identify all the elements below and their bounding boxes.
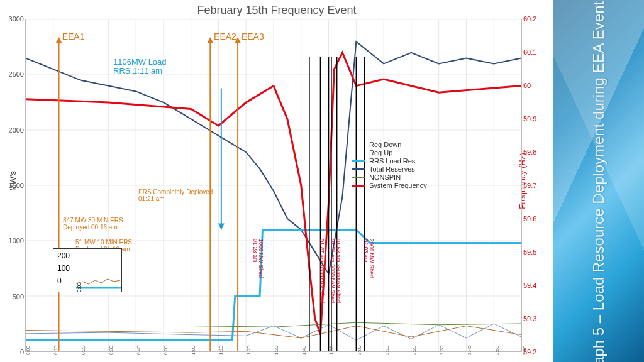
legend-item: NONSPIN [352, 173, 427, 181]
eea-marker-label: EEA1 [62, 31, 85, 41]
xtick: 2:40 [467, 345, 472, 355]
shed-event-label: 1000 MW Shed [257, 239, 264, 278]
svg-marker-40 [218, 223, 225, 229]
ytick-left: 1500 [9, 182, 24, 189]
ytick-right: 60.2 [523, 15, 536, 23]
ytick-right: 59.5 [523, 248, 536, 256]
eea-marker-label: EEA3 [242, 31, 264, 41]
legend-item: RRS Load Res [352, 157, 427, 165]
legend-item: Total Reserves [352, 165, 427, 173]
ytick-left: 2000 [9, 126, 24, 134]
xtick: 0:20 [80, 345, 86, 355]
ytick-left: 1000 [9, 237, 24, 244]
ytick-left: 0 [20, 348, 24, 356]
annotation-load-rrs: 1106MW Load RRS 1:11 am [113, 58, 170, 76]
xtick: 0:30 [108, 345, 114, 355]
legend-item: System Frequency [352, 182, 427, 189]
shed-event-label: 01:47 am 1000 MW Shed [318, 239, 325, 303]
ytick-left: 500 [13, 293, 24, 300]
xtick: 2:10 [384, 345, 390, 355]
annotation-ers-847: 847 MW 30 MIN ERS Deployed 00:16 am [63, 217, 138, 231]
ytick-right: 59.3 [523, 315, 536, 322]
xtick: 0:50 [163, 345, 169, 355]
xtick: 0:10 [53, 345, 58, 355]
ytick-right: 59.8 [523, 148, 536, 156]
xtick: 1:10 [218, 345, 224, 355]
ytick-right: 59.7 [523, 182, 536, 189]
shed-event-label: 2000 MW Shed [368, 239, 374, 278]
ytick-right: 60 [523, 82, 531, 89]
shed-event-label: 01:53 am 3500 MW Shed [335, 239, 341, 303]
chart-inset: 200 100 0 0:00 [53, 248, 122, 292]
xtick: 2:20 [411, 345, 417, 355]
slide-root: February 15th Frequency Event MW's Frequ… [0, 0, 644, 362]
svg-marker-36 [207, 37, 213, 43]
svg-marker-34 [56, 37, 62, 43]
xtick: 2:30 [439, 345, 445, 355]
ytick-right: 59.9 [523, 115, 536, 123]
xtick: 0:00 [25, 345, 31, 355]
xtick: 1:20 [246, 345, 252, 355]
ytick-left: 2500 [9, 70, 24, 78]
xtick: 1:40 [301, 345, 307, 355]
ytick-left: 3000 [9, 15, 24, 23]
side-panel: Graph 5 – Load Resource Deployment durin… [553, 0, 644, 362]
xtick: 1:50 [329, 345, 335, 355]
xtick: 3:00 [522, 345, 528, 355]
side-panel-title: Graph 5 – Load Resource Deployment durin… [590, 0, 608, 362]
ytick-right: 59.4 [523, 282, 536, 289]
chart-area: February 15th Frequency Event MW's Frequ… [0, 0, 553, 362]
xtick: 2:50 [494, 345, 500, 355]
xtick: 2:00 [357, 345, 362, 355]
xtick: 1:00 [191, 345, 196, 355]
chart-plot [25, 19, 522, 352]
xtick: 0:40 [136, 345, 142, 355]
legend-item: Reg Up [352, 149, 427, 156]
xtick: 1:30 [274, 345, 279, 355]
annotation-ers-complete: ERS Completely Deployed 01:21 am [138, 189, 214, 202]
legend-item: Reg Down [352, 141, 427, 148]
chart-legend: Reg DownReg UpRRS Load ResTotal Reserves… [349, 138, 430, 192]
ytick-right: 60.1 [523, 48, 536, 56]
chart-title: February 15th Frequency Event [0, 4, 553, 17]
eea-marker-label: EEA2 [214, 31, 236, 41]
ytick-right: 59.6 [523, 215, 536, 222]
